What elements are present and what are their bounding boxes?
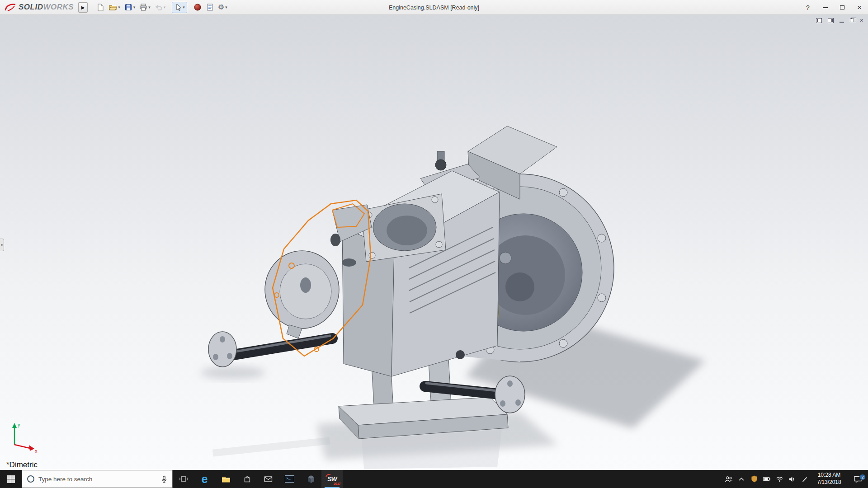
print-icon bbox=[139, 3, 147, 11]
cad-cube-icon bbox=[307, 475, 315, 483]
print-button[interactable]: ▾ bbox=[138, 1, 152, 13]
gear-icon: ⚙ bbox=[218, 4, 224, 11]
doc-close-icon[interactable]: × bbox=[860, 17, 863, 23]
defender-shield-icon bbox=[751, 475, 758, 483]
save-dropdown-arrow[interactable]: ▾ bbox=[133, 5, 136, 9]
search-input[interactable] bbox=[38, 476, 156, 483]
open-button[interactable]: ▾ bbox=[107, 1, 122, 13]
select-arrow-icon bbox=[174, 3, 182, 11]
terminal-button[interactable]: >_ bbox=[279, 470, 300, 488]
doc-minimize-icon[interactable] bbox=[840, 22, 844, 23]
tray-overflow-button[interactable] bbox=[735, 470, 748, 488]
file-explorer-button[interactable] bbox=[215, 470, 236, 488]
minimize-icon bbox=[823, 7, 828, 8]
maximize-icon bbox=[840, 5, 844, 9]
solidworks-logo: SOLIDWORKS bbox=[0, 3, 76, 12]
security-status-button[interactable] bbox=[748, 470, 760, 488]
select-dropdown-arrow[interactable]: ▾ bbox=[183, 5, 185, 9]
engine-casing-model[interactable] bbox=[0, 15, 868, 470]
brand-text: SOLIDWORKS bbox=[19, 3, 74, 12]
undo-icon bbox=[155, 3, 163, 11]
window-title: EngineCasing.SLDASM [Read-only] bbox=[389, 0, 479, 15]
task-view-button[interactable] bbox=[173, 470, 194, 488]
doc-pane-right-icon[interactable] bbox=[828, 18, 834, 23]
save-button[interactable]: ▾ bbox=[123, 1, 137, 13]
flyout-arrow-icon: ▶ bbox=[81, 5, 85, 10]
appearance-sphere-icon bbox=[193, 3, 202, 11]
system-tray: 10:28 AM 7/13/2018 2 bbox=[722, 470, 868, 488]
volume-icon bbox=[788, 476, 796, 483]
open-folder-icon bbox=[108, 3, 117, 11]
maximize-button[interactable] bbox=[834, 0, 851, 15]
triad-x-label: x bbox=[35, 448, 38, 454]
solidworks-swoosh-icon bbox=[5, 3, 16, 12]
edge-browser-button[interactable]: e bbox=[194, 470, 215, 488]
window-controls: ? × bbox=[799, 0, 868, 14]
select-tool-active[interactable]: ▾ bbox=[172, 2, 187, 13]
mail-icon bbox=[264, 476, 273, 483]
taskbar-search[interactable] bbox=[22, 470, 173, 488]
people-icon bbox=[725, 476, 733, 483]
windows-logo-icon bbox=[7, 475, 15, 483]
wifi-icon bbox=[776, 476, 783, 482]
edge-icon: e bbox=[202, 474, 208, 485]
pinned-apps: e >_ bbox=[173, 470, 343, 488]
save-icon bbox=[124, 3, 132, 11]
menu-flyout-button[interactable]: ▶ bbox=[78, 2, 88, 13]
orientation-triad: y x bbox=[7, 421, 40, 455]
clock-time: 10:28 AM bbox=[812, 472, 846, 479]
open-dropdown-arrow[interactable]: ▾ bbox=[118, 5, 120, 9]
new-document-icon bbox=[96, 3, 104, 11]
battery-icon bbox=[763, 476, 771, 482]
view-orientation-label: *Dimetric bbox=[6, 460, 38, 469]
triad-y-label: y bbox=[18, 422, 20, 427]
quick-access-toolbar: ▾ ▾ ▾ ▾ bbox=[95, 1, 229, 13]
close-button[interactable]: × bbox=[851, 0, 868, 15]
crankcase-block[interactable] bbox=[342, 171, 500, 376]
store-icon bbox=[243, 475, 251, 483]
help-button[interactable]: ? bbox=[799, 0, 816, 15]
clock-date: 7/13/2018 bbox=[812, 479, 846, 486]
file-explorer-icon bbox=[222, 475, 231, 483]
solidworks-app-button[interactable]: SW 2017 bbox=[321, 470, 343, 488]
left-mounting-rod[interactable] bbox=[208, 332, 332, 367]
windows-taskbar: e >_ bbox=[0, 470, 868, 488]
solidworks-year-badge: 2017 bbox=[334, 482, 341, 485]
taskbar-clock[interactable]: 10:28 AM 7/13/2018 bbox=[811, 472, 847, 486]
undo-dropdown-arrow[interactable]: ▾ bbox=[164, 5, 166, 9]
close-icon: × bbox=[857, 3, 862, 12]
file-properties-icon bbox=[206, 3, 214, 11]
titlebar: SOLIDWORKS ▶ ▾ ▾ bbox=[0, 0, 868, 15]
options-dropdown-arrow[interactable]: ▾ bbox=[225, 5, 227, 9]
chevron-up-icon bbox=[738, 477, 745, 481]
doc-restore-icon[interactable] bbox=[850, 19, 854, 22]
store-button[interactable] bbox=[236, 470, 258, 488]
graphics-viewport[interactable]: × y x *Dimetric bbox=[0, 15, 868, 470]
solidworks-icon: SW 2017 bbox=[325, 473, 340, 485]
task-view-icon bbox=[179, 475, 188, 483]
mail-button[interactable] bbox=[258, 470, 279, 488]
network-status-button[interactable] bbox=[773, 470, 786, 488]
terminal-icon: >_ bbox=[285, 475, 294, 483]
windows-ink-button[interactable] bbox=[798, 470, 811, 488]
new-document-button[interactable] bbox=[95, 1, 106, 13]
pen-icon bbox=[802, 476, 808, 483]
help-icon: ? bbox=[806, 4, 810, 11]
undo-button[interactable]: ▾ bbox=[153, 1, 167, 13]
action-center-button[interactable]: 2 bbox=[847, 475, 868, 483]
appearance-button[interactable] bbox=[192, 1, 203, 13]
doc-pane-left-icon[interactable] bbox=[816, 18, 822, 23]
feature-manager-collapsed-handle[interactable] bbox=[0, 239, 4, 251]
start-button[interactable] bbox=[0, 470, 22, 488]
power-status-button[interactable] bbox=[760, 470, 773, 488]
cad-cube-button[interactable] bbox=[300, 470, 321, 488]
cortana-icon bbox=[27, 475, 34, 483]
people-button[interactable] bbox=[722, 470, 735, 488]
print-dropdown-arrow[interactable]: ▾ bbox=[148, 5, 151, 9]
options-button[interactable]: ⚙ ▾ bbox=[217, 1, 229, 13]
volume-button[interactable] bbox=[786, 470, 798, 488]
document-window-controls: × bbox=[816, 17, 863, 23]
microphone-icon[interactable] bbox=[160, 475, 168, 483]
minimize-button[interactable] bbox=[816, 0, 834, 15]
file-properties-button[interactable] bbox=[204, 1, 215, 13]
